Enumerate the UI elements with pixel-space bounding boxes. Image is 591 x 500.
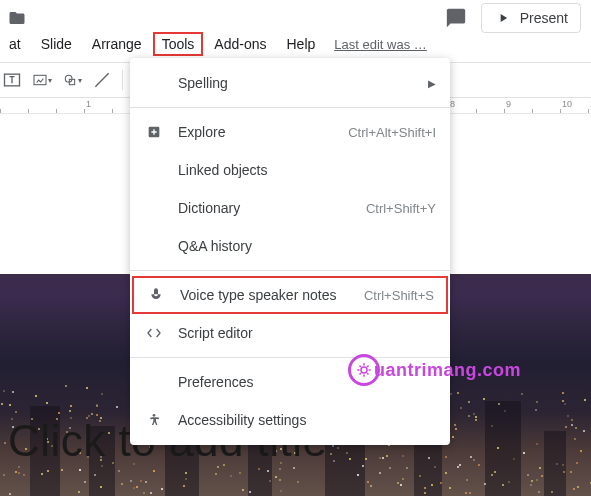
script-icon [144, 323, 164, 343]
comment-icon[interactable] [445, 7, 467, 29]
menu-voice-type-label: Voice type speaker notes [180, 287, 364, 303]
menu-accessibility-label: Accessibility settings [178, 412, 436, 428]
menu-spelling-label: Spelling [178, 75, 428, 91]
menu-voice-type-speaker-notes[interactable]: Voice type speaker notes Ctrl+Shift+S [132, 276, 448, 314]
menu-linked-objects[interactable]: Linked objects [130, 151, 450, 189]
shape-tool-icon[interactable]: ▾ [62, 70, 82, 90]
textbox-tool-icon[interactable] [2, 70, 22, 90]
menu-accessibility[interactable]: Accessibility settings [130, 401, 450, 439]
menu-voice-type-shortcut: Ctrl+Shift+S [364, 288, 434, 303]
toolbar-separator [122, 70, 123, 90]
explore-icon [144, 122, 164, 142]
menu-explore[interactable]: Explore Ctrl+Alt+Shift+I [130, 113, 450, 151]
menu-dictionary[interactable]: Dictionary Ctrl+Shift+Y [130, 189, 450, 227]
svg-point-2 [65, 75, 72, 82]
microphone-icon [146, 285, 166, 305]
divider [130, 107, 450, 108]
menu-dictionary-shortcut: Ctrl+Shift+Y [366, 201, 436, 216]
image-tool-icon[interactable]: ▾ [32, 70, 52, 90]
tools-dropdown: Spelling ▶ Explore Ctrl+Alt+Shift+I Link… [130, 58, 450, 445]
menu-arrange[interactable]: Arrange [83, 32, 151, 56]
folder-icon[interactable] [8, 9, 26, 27]
menu-explore-shortcut: Ctrl+Alt+Shift+I [348, 125, 436, 140]
menu-help[interactable]: Help [277, 32, 324, 56]
menu-qa-history-label: Q&A history [178, 238, 436, 254]
blank-icon [144, 236, 164, 256]
watermark: uantrimang.com [348, 354, 521, 386]
last-edit-link[interactable]: Last edit was … [334, 37, 427, 52]
blank-icon [144, 73, 164, 93]
menu-linked-objects-label: Linked objects [178, 162, 436, 178]
blank-icon [144, 372, 164, 392]
menu-qa-history[interactable]: Q&A history [130, 227, 450, 265]
svg-rect-1 [34, 75, 46, 84]
window-topbar: Present [0, 0, 591, 34]
menu-spelling[interactable]: Spelling ▶ [130, 64, 450, 102]
topbar-right: Present [445, 3, 581, 33]
menu-addons[interactable]: Add-ons [205, 32, 275, 56]
watermark-text: uantrimang.com [374, 360, 521, 381]
menu-dictionary-label: Dictionary [178, 200, 366, 216]
svg-point-5 [153, 414, 156, 417]
menu-tools[interactable]: Tools [153, 32, 204, 56]
accessibility-icon [144, 410, 164, 430]
line-tool-icon[interactable] [92, 70, 112, 90]
menu-script-editor[interactable]: Script editor [130, 314, 450, 352]
submenu-arrow-icon: ▶ [428, 78, 436, 89]
menu-script-editor-label: Script editor [178, 325, 436, 341]
menu-explore-label: Explore [178, 124, 348, 140]
menu-slide[interactable]: Slide [32, 32, 81, 56]
blank-icon [144, 160, 164, 180]
divider [130, 270, 450, 271]
present-button[interactable]: Present [481, 3, 581, 33]
play-icon [494, 11, 512, 25]
topbar-left [8, 9, 26, 27]
present-label: Present [520, 10, 568, 26]
blank-icon [144, 198, 164, 218]
menu-format-partial[interactable]: at [0, 32, 30, 56]
svg-point-6 [361, 367, 367, 373]
